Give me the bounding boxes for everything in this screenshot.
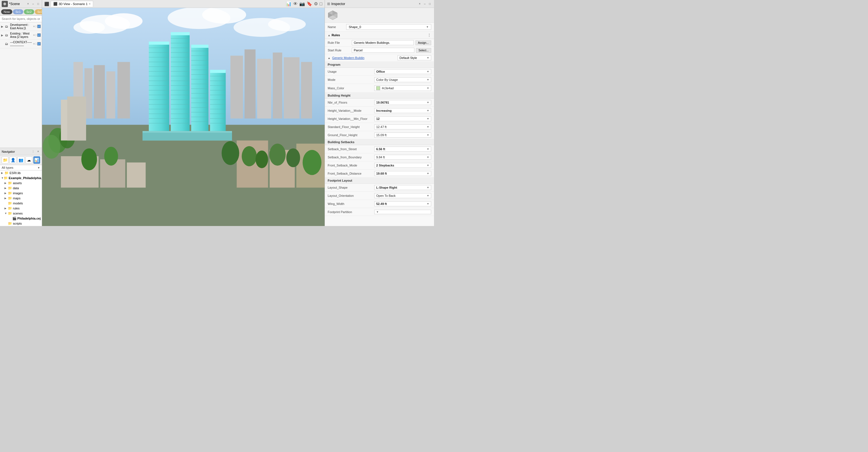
eye-btn[interactable]: 👁 [293,1,298,6]
setback-street-chevron: ▼ [427,148,429,150]
tree-item-esri[interactable]: ▶ 📁 ESRI.lib [0,170,42,175]
layout-shape-label: Layout_Shape [328,186,373,189]
mass-color-label: Mass_Color [328,86,373,90]
layer-item-context[interactable]: 🗂 ---CONTEXT------------------- ≡ □ ✓ [0,39,42,48]
wing-width-value: 52.49 ft [376,202,427,205]
nav-folder-btn[interactable]: 📁 [2,157,8,164]
select-btn[interactable]: Select... [416,48,431,53]
svg-point-108 [104,147,118,166]
inspector-body: Name Shape_0 ▼ ▲ Rules ⋮ Rule File Gener… [325,23,434,226]
building-height-section: Building Height [325,93,434,98]
tree-item-models[interactable]: 📁 models [0,201,42,206]
nav-group-btn[interactable]: 👥 [18,157,24,164]
svg-rect-46 [149,41,169,45]
tab-sc2[interactable]: Sc2 [24,9,34,14]
tree-item-data[interactable]: ▶ 📁 data [0,186,42,191]
nav-user-btn[interactable]: 👤 [9,157,16,164]
tree-item-maps[interactable]: ▶ 📁 maps [0,196,42,201]
layer-visibility-check[interactable]: ✓ [37,33,41,37]
nav-chart-btn[interactable]: 📊 [33,157,40,164]
all-types-chevron: ▼ [37,166,40,169]
tree-item-images[interactable]: ▶ 📁 images [0,191,42,196]
view-close-btn[interactable]: × [89,2,91,6]
tree-item-philadelphia-cej[interactable]: 🎬 Philadelphia.cej [0,216,42,221]
rules-collapse-btn[interactable]: ▲ [328,34,331,37]
layer-item-development[interactable]: ▶ 🗂 Development : East Area [1 ≡ □ ✓ [0,22,42,31]
view-canvas[interactable] [42,8,324,226]
front-setback-mode-dropdown[interactable]: 2 Stepbacks ▼ [374,163,431,168]
layout-shape-dropdown[interactable]: L-Shape Right ▼ [374,185,431,190]
height-var-mode-dropdown[interactable]: Increasing ▼ [374,108,431,113]
name-field-dropdown[interactable]: Shape_0 ▼ [346,24,431,30]
svg-rect-16 [230,56,243,118]
nbr-floors-dropdown[interactable]: 19.06781 ▼ [374,100,431,105]
navigator-titlebar: Navigator ⋮ × [0,148,42,155]
style-collapse-btn[interactable]: ▲ [328,56,331,59]
settings-btn[interactable]: ⚙ [314,1,318,6]
std-floor-value: 12.47 ft [376,125,427,129]
rule-file-field[interactable]: Generic Modern Buildings. [352,40,414,45]
layout-orient-dropdown[interactable]: Open To Back ▼ [374,193,431,198]
tab-sc1[interactable]: Sc1 [13,9,23,14]
color-swatch [376,86,380,90]
inspector-max-btn[interactable]: □ [428,2,432,6]
ground-floor-row: Ground_Floor_Height 15.09 ft ▼ [325,131,434,139]
svg-point-114 [303,150,321,175]
footprint-partition-dropdown[interactable]: ▼ [374,210,431,214]
camera-btn[interactable]: 📷 [299,1,305,6]
main-view: ⬛ ⬛ 3D View - Scenario 1 × 📊 👁 📷 🔖 ⚙ □ [42,0,324,226]
height-var-min-dropdown[interactable]: 12 ▼ [374,116,431,121]
wing-width-dropdown[interactable]: 52.49 ft ▼ [374,201,431,206]
nav-close-btn[interactable]: × [36,150,40,153]
city-svg [42,8,324,226]
scene-close-btn[interactable]: × [26,2,30,6]
inspector-panel: ⊞ Inspector × – □ Name Shape_0 ▼ ▲ [324,0,434,226]
svg-point-25 [43,135,60,159]
inspector-close-btn[interactable]: × [418,2,422,6]
height-var-min-row: Height_Variation__Min_Floor 12 ▼ [325,115,434,123]
setback-boundary-dropdown[interactable]: 9.84 ft ▼ [374,155,431,160]
nav-cloud-btn[interactable]: ☁ [26,157,32,164]
start-rule-field[interactable]: Parcel [352,48,414,53]
mode-dropdown[interactable]: Color By Usage ▼ [374,77,431,82]
tree-item-scenes[interactable]: ▼ 📁 scenes [0,211,42,216]
mass-color-dropdown[interactable]: #c3e4ad ▼ [374,85,431,91]
front-setback-dist-dropdown[interactable]: 19.68 ft ▼ [374,171,431,176]
view-tab-3d[interactable]: ⬛ 3D View - Scenario 1 × [51,1,93,7]
maximize-view-btn[interactable]: □ [319,1,322,6]
std-floor-dropdown[interactable]: 12.47 ft ▼ [374,124,431,130]
all-types-bar[interactable]: All types ▼ [0,165,42,170]
bookmark-btn[interactable]: 🔖 [307,1,312,6]
footprint-partition-chevron: ▼ [376,210,379,214]
rules-menu-btn[interactable]: ⋮ [427,33,431,37]
setback-street-dropdown[interactable]: 6.56 ft ▼ [374,146,431,151]
layer-visibility-check[interactable]: ✓ [37,42,41,46]
usage-dropdown[interactable]: Office ▼ [374,69,431,74]
tree-item-philadelphia[interactable]: ▼ 📁 Example_Philadelphia_2022_1 [0,175,42,180]
tab-now[interactable]: Now [1,9,12,14]
stats-btn[interactable]: 📊 [286,1,291,6]
tree-item-assets[interactable]: ▶ 📁 assets [0,180,42,186]
layer-visibility-check[interactable]: ✓ [37,25,41,28]
front-setback-dist-label: Front_Setback_Distance [328,172,373,175]
assign-btn[interactable]: Assign... [415,40,431,45]
tree-item-scripts[interactable]: 📁 scripts [0,221,42,226]
search-input[interactable] [2,17,40,21]
style-dropdown[interactable]: Default Style ▼ [398,55,431,60]
nav-menu-btn[interactable]: ⋮ [31,150,35,153]
layer-item-existing[interactable]: ▶ 🗂 Existing : West Area [2 layers ≡ □ ✓ [0,31,42,39]
svg-point-109 [222,141,239,165]
style-name[interactable]: Generic Modern Buildin [332,56,396,59]
rule-file-row: Rule File Generic Modern Buildings. Assi… [325,39,434,47]
layer-controls: ≡ □ ✓ [33,33,41,37]
mass-color-chevron: ▼ [427,87,429,90]
svg-rect-18 [257,59,271,119]
name-value: Shape_0 [349,25,361,29]
ground-floor-dropdown[interactable]: 15.09 ft ▼ [374,133,431,138]
maximize-btn[interactable]: □ [36,2,40,6]
svg-point-111 [255,150,268,168]
minimize-btn[interactable]: – [31,2,35,6]
tree-item-rules[interactable]: ▶ 📁 rules [0,206,42,211]
inspector-min-btn[interactable]: – [423,2,427,6]
svg-point-107 [81,148,97,170]
